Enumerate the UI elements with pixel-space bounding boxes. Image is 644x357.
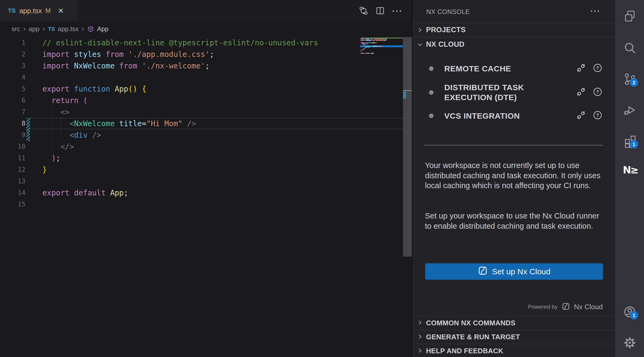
section-label: GENERATE & RUN TARGET xyxy=(426,333,520,341)
powered-by-label: Powered by xyxy=(528,304,558,310)
minimap-line xyxy=(361,38,405,38)
section-label: NX CLOUD xyxy=(426,40,464,49)
panel-more-actions-icon[interactable]: ⋯ xyxy=(590,5,601,17)
scm-badge: 2 xyxy=(630,78,638,87)
section-common-nx-commands[interactable]: COMMON NX COMMANDS xyxy=(412,316,615,330)
chevron-right-icon: › xyxy=(82,24,84,32)
code-line[interactable]: 5export function App() { xyxy=(0,83,403,95)
feature-row-dte: DISTRIBUTED TASK EXECUTION (DTE) ? xyxy=(429,80,603,105)
nx-console-icon[interactable]: N≥ xyxy=(623,163,637,177)
code-line[interactable]: 15 xyxy=(0,199,403,210)
setup-nx-cloud-button[interactable]: Set up Nx Cloud xyxy=(425,263,603,280)
tab-filename: app.tsx xyxy=(19,7,42,15)
code-line[interactable]: 1// eslint-disable-next-line @typescript… xyxy=(0,37,403,49)
svg-text:?: ? xyxy=(596,65,599,71)
code-line[interactable]: 2import styles from './app.module.css'; xyxy=(0,49,403,60)
code-line[interactable]: 13 xyxy=(0,176,403,187)
svg-text:?: ? xyxy=(596,89,599,94)
editor-group: TS app.tsx M ✕ ⋯ xyxy=(0,0,412,357)
code-line[interactable]: 14export default App; xyxy=(0,187,403,199)
breadcrumb: src › app › TS app.tsx › App xyxy=(0,21,412,37)
chevron-right-icon xyxy=(417,320,423,327)
feature-label: VCS INTEGRATION xyxy=(444,111,537,121)
typescript-file-icon: TS xyxy=(48,26,55,32)
code-line[interactable]: 10 </> xyxy=(0,141,403,152)
minimap-line xyxy=(361,46,405,47)
code-line[interactable]: 4 xyxy=(0,72,403,83)
workspace-status-text: Your workspace is not currently set up t… xyxy=(425,161,605,191)
extensions-icon[interactable]: 1 xyxy=(623,134,637,148)
nx-console-panel: NX CONSOLE ⋯ PROJECTS NX CLOUD REMOTE CA… xyxy=(412,0,615,357)
minimap-line xyxy=(361,39,405,39)
breadcrumb-app[interactable]: app xyxy=(29,25,39,33)
help-icon[interactable]: ? xyxy=(593,87,603,98)
minimap-line xyxy=(361,40,405,41)
chevron-right-icon xyxy=(417,348,423,355)
code-line[interactable]: 11 ); xyxy=(0,152,403,164)
section-generate-run-target[interactable]: GENERATE & RUN TARGET xyxy=(412,330,615,344)
modified-marker: M xyxy=(45,7,51,14)
chevron-right-icon: › xyxy=(42,24,45,32)
section-projects[interactable]: PROJECTS xyxy=(412,23,615,37)
vscode-window: TS app.tsx M ✕ ⋯ xyxy=(0,0,644,357)
split-editor-icon[interactable] xyxy=(375,5,386,16)
feature-row-remote-cache: REMOTE CACHE ? xyxy=(429,61,603,76)
typescript-file-icon: TS xyxy=(8,7,16,14)
nx-logo-text: N≥ xyxy=(623,164,638,176)
source-control-icon[interactable]: 2 xyxy=(623,72,637,86)
minimap-line xyxy=(361,49,405,50)
feature-row-vcs: VCS INTEGRATION ? xyxy=(429,108,603,123)
extensions-badge: 1 xyxy=(630,140,638,148)
accounts-icon[interactable]: 1 xyxy=(623,305,637,319)
nx-cloud-logo-icon xyxy=(478,266,488,278)
connect-icon[interactable] xyxy=(575,109,587,122)
nx-cloud-logo-icon xyxy=(562,302,570,312)
powered-by-row: Powered by Nx Cloud xyxy=(528,301,603,312)
close-tab-icon[interactable]: ✕ xyxy=(58,7,64,14)
explorer-icon[interactable] xyxy=(623,9,637,23)
panel-title: NX CONSOLE xyxy=(426,8,470,16)
indent-guide xyxy=(61,118,61,141)
accounts-badge: 1 xyxy=(630,311,638,319)
setup-hint-text: Set up your workspace to use the Nx Clou… xyxy=(425,211,605,231)
code-line[interactable]: 12} xyxy=(0,164,403,176)
minimap-line xyxy=(361,41,405,42)
minimap-line xyxy=(361,50,405,51)
divider xyxy=(424,145,603,145)
code-line[interactable]: 6 return ( xyxy=(0,95,403,106)
run-debug-icon[interactable] xyxy=(623,103,637,117)
symbol-cube-icon xyxy=(87,26,94,32)
minimap-line xyxy=(361,48,405,49)
open-changes-icon[interactable] xyxy=(358,5,369,16)
help-icon[interactable]: ? xyxy=(593,110,603,121)
minimap[interactable] xyxy=(361,38,405,55)
more-actions-icon[interactable]: ⋯ xyxy=(391,5,403,16)
minimap-line xyxy=(361,52,405,53)
minimap-line xyxy=(361,53,405,54)
breadcrumb-src[interactable]: src xyxy=(12,25,20,33)
feature-label: REMOTE CACHE xyxy=(444,64,537,74)
search-icon[interactable] xyxy=(623,41,637,55)
minimap-line xyxy=(361,47,405,48)
section-nx-cloud[interactable]: NX CLOUD xyxy=(412,37,615,52)
help-icon[interactable]: ? xyxy=(593,63,603,74)
code-line[interactable]: 7 <> xyxy=(0,106,403,118)
connect-icon[interactable] xyxy=(575,86,587,99)
minimap-line xyxy=(361,42,405,43)
indent-guide xyxy=(51,106,52,152)
code-line[interactable]: 3import NxWelcome from './nx-welcome'; xyxy=(0,60,403,72)
svg-text:?: ? xyxy=(596,112,599,118)
tab-bar: TS app.tsx M ✕ ⋯ xyxy=(0,0,412,21)
section-label: HELP AND FEEDBACK xyxy=(426,347,503,355)
minimap-line xyxy=(361,54,405,55)
overview-ruler-modified-marker xyxy=(403,92,406,99)
gear-icon[interactable] xyxy=(623,336,637,350)
vertical-scrollbar[interactable] xyxy=(403,37,412,257)
status-bullet-icon xyxy=(429,66,434,71)
tab-app-tsx[interactable]: TS app.tsx M ✕ xyxy=(0,0,77,21)
breadcrumb-file[interactable]: app.tsx xyxy=(58,25,79,33)
breadcrumb-symbol[interactable]: App xyxy=(97,25,109,33)
activity-bar: 2 1 N≥ 1 xyxy=(615,0,644,357)
section-help-and-feedback[interactable]: HELP AND FEEDBACK xyxy=(412,344,615,357)
connect-icon[interactable] xyxy=(575,62,587,75)
